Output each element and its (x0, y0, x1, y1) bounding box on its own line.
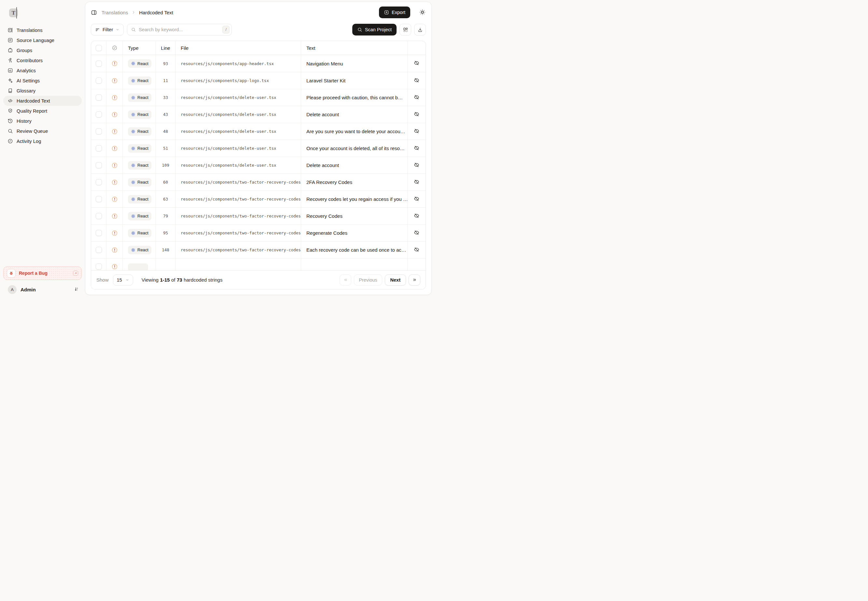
table-row: React 60 resources/js/components/two-fac… (91, 174, 426, 191)
sidebar-item-activity-log[interactable]: Activity Log (3, 136, 82, 146)
row-file: resources/js/components/delete-user.tsx (175, 140, 301, 157)
type-badge (128, 263, 148, 270)
last-page-button[interactable] (409, 275, 420, 285)
row-type-cell: React (123, 106, 156, 123)
eye-off-icon[interactable] (413, 246, 420, 254)
type-badge-label: React (137, 95, 148, 100)
row-type-cell: React (123, 55, 156, 72)
row-checkbox[interactable] (96, 78, 102, 84)
sidebar-item-quality-report[interactable]: Quality Report (3, 106, 82, 116)
sidebar-item-label: Hardcoded Text (17, 98, 50, 104)
sidebar-item-hardcoded-text[interactable]: Hardcoded Text (3, 96, 82, 106)
row-actions-cell (407, 123, 426, 140)
row-checkbox[interactable] (96, 145, 102, 151)
sidebar-toggle-icon[interactable] (91, 9, 98, 15)
row-checkbox[interactable] (96, 196, 102, 202)
select-all-checkbox[interactable] (96, 45, 102, 51)
sidebar-item-analytics[interactable]: Analytics (3, 66, 82, 76)
sidebar-item-label: Activity Log (17, 139, 41, 144)
pagination: Previous Next (340, 275, 420, 285)
download-button[interactable] (414, 24, 426, 35)
user-menu[interactable]: A Admin (8, 285, 79, 294)
eye-off-icon[interactable] (413, 128, 420, 135)
row-file: resources/js/components/two-factor-recov… (175, 225, 301, 241)
sidebar-item-ai-settings[interactable]: AI Settings (3, 76, 82, 85)
sidebar-item-label: Source Language (17, 38, 54, 43)
sidebar-item-glossary[interactable]: Glossary (3, 85, 82, 96)
avatar: A (8, 285, 17, 294)
eye-off-icon[interactable] (413, 94, 420, 101)
bar-chart-icon (8, 68, 13, 73)
chevrons-left-icon (343, 278, 348, 282)
row-file-cell (175, 258, 301, 270)
type-badge: React (128, 195, 151, 203)
row-select-cell (91, 258, 107, 270)
first-page-button[interactable] (340, 275, 351, 285)
row-line: 43 (156, 106, 175, 123)
eye-off-icon[interactable] (413, 77, 420, 84)
layout-grid-button[interactable] (400, 24, 411, 35)
alert-icon (111, 196, 118, 203)
external-link-icon (73, 270, 78, 276)
column-header-text[interactable]: Text (301, 41, 407, 55)
main-panel: Translations Hardcoded Text Export Filte… (85, 2, 432, 295)
row-actions-cell (407, 106, 426, 123)
row-checkbox[interactable] (96, 179, 102, 185)
row-checkbox[interactable] (96, 162, 102, 168)
page-size-select[interactable]: 15 (113, 275, 133, 285)
row-file: resources/js/components/app-header.tsx (175, 55, 301, 72)
eye-off-icon[interactable] (413, 230, 420, 237)
row-checkbox[interactable] (96, 61, 102, 67)
react-icon (131, 95, 136, 100)
eye-off-icon[interactable] (413, 60, 420, 67)
column-header-file[interactable]: File (175, 41, 301, 55)
sidebar-item-source-language[interactable]: Source Language (3, 35, 82, 45)
sidebar-item-history[interactable]: History (3, 116, 82, 126)
eye-off-icon[interactable] (413, 213, 420, 220)
next-label: Next (391, 278, 400, 282)
viewing-status: Viewing 1-15 of 73 hardcoded strings (142, 277, 223, 282)
next-page-button[interactable]: Next (385, 275, 406, 285)
alert-icon (111, 263, 118, 270)
row-checkbox[interactable] (96, 247, 102, 253)
viewing-suffix: hardcoded strings (184, 277, 223, 282)
row-actions-cell (407, 208, 426, 224)
breadcrumb-parent[interactable]: Translations (102, 10, 128, 15)
sparkles-icon (8, 78, 13, 83)
row-select-cell (91, 242, 107, 258)
column-header-line[interactable]: Line (156, 41, 175, 55)
type-badge-label: React (137, 230, 148, 235)
previous-page-button[interactable]: Previous (354, 275, 382, 285)
row-checkbox[interactable] (96, 263, 102, 270)
logo-cursor-bar (16, 7, 17, 18)
row-select-cell (91, 208, 107, 224)
eye-off-icon[interactable] (413, 179, 420, 186)
breadcrumb-current: Hardcoded Text (139, 10, 173, 15)
sidebar-item-contributors[interactable]: Contributors (3, 55, 82, 66)
clock-icon (8, 138, 13, 144)
filter-button[interactable]: Filter (91, 24, 124, 35)
theme-toggle-button[interactable] (419, 9, 426, 16)
sidebar-item-translations[interactable]: Translations (3, 25, 82, 35)
column-header-type[interactable]: Type (123, 41, 156, 55)
sidebar-item-groups[interactable]: Groups (3, 45, 82, 55)
sidebar-item-review-queue[interactable]: Review Queue (3, 126, 82, 136)
row-text: Recovery Codes (301, 208, 407, 224)
chevrons-right-icon (412, 278, 417, 282)
search-input[interactable] (139, 27, 220, 32)
eye-off-icon[interactable] (413, 196, 420, 203)
row-checkbox[interactable] (96, 213, 102, 219)
row-checkbox[interactable] (96, 95, 102, 101)
row-checkbox[interactable] (96, 230, 102, 236)
row-checkbox[interactable] (96, 128, 102, 134)
export-button[interactable]: Export (379, 6, 410, 18)
eye-off-icon[interactable] (413, 162, 420, 169)
eye-off-icon[interactable] (413, 145, 420, 152)
table-row: React 63 resources/js/components/two-fac… (91, 191, 426, 207)
report-bug-button[interactable]: Report a Bug (3, 266, 82, 280)
page-size-value: 15 (117, 278, 122, 282)
row-checkbox[interactable] (96, 111, 102, 117)
row-type-cell: React (123, 89, 156, 106)
scan-project-button[interactable]: Scan Project (352, 24, 397, 35)
eye-off-icon[interactable] (413, 111, 420, 118)
